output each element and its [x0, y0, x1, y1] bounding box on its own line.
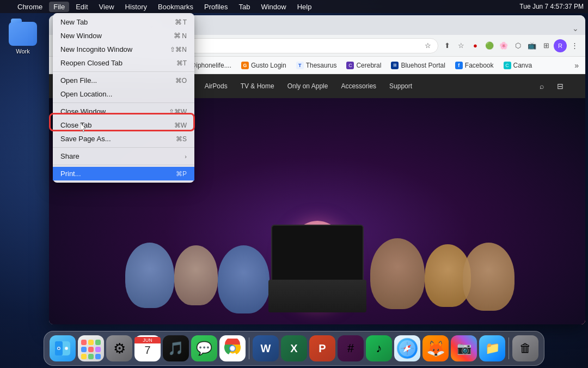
menu-close-window-label: Close Window: [60, 107, 169, 116]
dock-separator: [249, 337, 249, 359]
bookmark-icon[interactable]: ☆: [455, 39, 468, 52]
dock-launchpad[interactable]: [78, 335, 104, 361]
dock-messages[interactable]: 💬: [191, 335, 217, 361]
file-menu-dropdown: New Tab ⌘T New Window ⌘N New Incognito W…: [53, 13, 194, 183]
menu-new-window[interactable]: New Window ⌘N: [53, 29, 194, 43]
dock-separator-2: [509, 337, 509, 359]
apple-nav-search-icon[interactable]: ⌕: [540, 82, 544, 91]
bookmark-label-bluehost: Bluehost Portal: [401, 62, 445, 69]
menu-open-file[interactable]: Open File... ⌘O: [53, 74, 194, 87]
dock-chrome[interactable]: [219, 335, 246, 361]
dock-powerpoint[interactable]: P: [309, 335, 335, 361]
menubar-profiles[interactable]: Profiles: [200, 2, 232, 12]
apple-nav-accessories[interactable]: Accessories: [341, 82, 376, 90]
address-star-icon: ☆: [425, 41, 431, 50]
menubar-help[interactable]: Help: [293, 2, 316, 12]
bookmarks-more-button[interactable]: »: [572, 60, 581, 71]
dock-slack[interactable]: #: [338, 335, 364, 361]
svg-point-9: [230, 346, 235, 351]
desktop: Chrome File Edit View History Bookmarks …: [0, 0, 588, 368]
menu-open-file-shortcut: ⌘O: [175, 77, 187, 85]
work-folder-icon[interactable]: [9, 22, 37, 46]
laptop-screen: [271, 225, 364, 282]
bookmark-gusto[interactable]: G Gusto Login: [237, 60, 291, 71]
menubar-right: Tue Jun 7 4:57:37 PM: [519, 3, 584, 10]
bookmark-facebook[interactable]: f Facebook: [451, 60, 498, 71]
bookmark-cerebral[interactable]: C Cerebral: [342, 60, 385, 71]
menu-share-arrow: ›: [185, 153, 187, 160]
menubar-tab[interactable]: Tab: [234, 2, 254, 12]
tab-strip-expand[interactable]: ⌄: [570, 22, 581, 35]
laptop-base: [268, 280, 366, 312]
bookmark-canva[interactable]: C Canva: [499, 60, 537, 71]
bookmark-bluehost[interactable]: ⊞ Bluehost Portal: [387, 60, 449, 71]
tab-search-icon[interactable]: ⊞: [540, 39, 553, 52]
apple-nav-only-on-apple[interactable]: Only on Apple: [287, 82, 328, 90]
dock-word[interactable]: W: [253, 335, 279, 361]
cast-icon[interactable]: 📺: [525, 39, 538, 52]
dock-calendar[interactable]: JUN 7: [134, 335, 161, 361]
memoji-char-3: [218, 245, 270, 313]
menu-new-tab-label: New Tab: [60, 18, 175, 26]
bookmark-favicon-cerebral: C: [346, 62, 354, 69]
menu-close-window[interactable]: Close Window ⇧⌘W: [53, 105, 194, 118]
bookmark-label-cerebral: Cerebral: [356, 62, 381, 69]
apple-nav-airpods[interactable]: AirPods: [205, 82, 228, 90]
bookmark-thesaurus[interactable]: T Thesaurus: [292, 60, 341, 71]
dock-firefox[interactable]: 🦊: [422, 335, 449, 361]
menubar-file[interactable]: File: [49, 2, 69, 12]
menubar-bookmarks[interactable]: Bookmarks: [154, 2, 198, 12]
ext2-icon[interactable]: 🌸: [497, 39, 510, 52]
apple-nav-bag-icon[interactable]: ⊟: [557, 82, 564, 91]
dock-trash[interactable]: 🗑: [512, 335, 538, 361]
memoji-char-1: [125, 243, 174, 308]
menu-incognito[interactable]: New Incognito Window ⇧⌘N: [53, 43, 194, 56]
menu-close-tab-shortcut: ⌘W: [174, 122, 187, 129]
menu-reopen-tab-label: Reopen Closed Tab: [60, 59, 176, 67]
menu-close-tab[interactable]: Close Tab ⌘W: [53, 118, 194, 132]
memoji-char-5: [370, 238, 425, 309]
work-folder-label: Work: [16, 48, 29, 55]
memoji-char-7: [463, 243, 514, 311]
menu-new-tab[interactable]: New Tab ⌘T: [53, 15, 194, 29]
menubar-history[interactable]: History: [121, 2, 151, 12]
bookmark-favicon-canva: C: [504, 62, 511, 69]
menubar-window[interactable]: Window: [256, 2, 290, 12]
apple-nav-tv-home[interactable]: TV & Home: [241, 82, 274, 90]
menu-separator-4: [53, 165, 194, 165]
menubar: Chrome File Edit View History Bookmarks …: [0, 0, 588, 13]
menu-new-window-shortcut: ⌘N: [174, 32, 187, 40]
menu-save-page[interactable]: Save Page As... ⌘S: [53, 132, 194, 146]
menubar-chrome[interactable]: Chrome: [13, 2, 47, 12]
dock-safari[interactable]: [394, 335, 420, 361]
svg-point-5: [66, 348, 68, 349]
apple-menu[interactable]: [4, 5, 11, 8]
menu-share-label: Share: [60, 152, 185, 160]
menu-separator-3: [53, 147, 194, 148]
dock-photos[interactable]: 📷: [451, 335, 477, 361]
menubar-time: Tue Jun 7 4:57:37 PM: [519, 3, 584, 10]
dock-excel[interactable]: X: [281, 335, 307, 361]
dock-spotify[interactable]: ♪: [366, 335, 392, 361]
menu-print[interactable]: Print... ⌘P: [53, 167, 194, 180]
menu-reopen-tab[interactable]: Reopen Closed Tab ⌘T: [53, 56, 194, 70]
share-icon[interactable]: ⬆: [440, 39, 454, 52]
menu-share[interactable]: Share ›: [53, 149, 194, 163]
chrome-menu-icon[interactable]: ⋮: [568, 39, 581, 52]
ext3-icon[interactable]: ⬡: [511, 39, 524, 52]
opera-icon[interactable]: ●: [469, 39, 482, 52]
apple-nav-support[interactable]: Support: [389, 82, 412, 90]
menu-incognito-shortcut: ⇧⌘N: [170, 46, 187, 53]
ext1-icon[interactable]: 🟢: [483, 39, 496, 52]
menu-incognito-label: New Incognito Window: [60, 45, 170, 53]
dock-files[interactable]: 📁: [479, 335, 505, 361]
dock-system-settings[interactable]: ⚙: [106, 335, 132, 361]
menu-save-page-shortcut: ⌘S: [176, 135, 187, 143]
dock-finder[interactable]: [50, 335, 76, 361]
menubar-edit[interactable]: Edit: [71, 2, 92, 12]
menubar-view[interactable]: View: [95, 2, 119, 12]
memoji-char-2: [174, 245, 218, 305]
dock-music[interactable]: 🎵: [163, 335, 189, 361]
profile-icon[interactable]: R: [554, 39, 567, 52]
menu-open-location[interactable]: Open Location...: [53, 87, 194, 101]
